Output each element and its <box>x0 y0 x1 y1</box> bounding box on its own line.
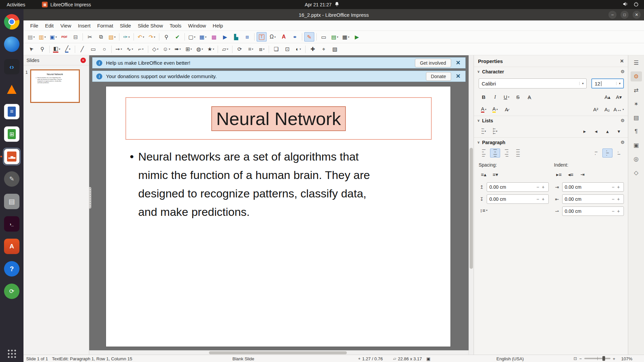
terminal[interactable] <box>3 215 20 233</box>
dropdown-arrow-icon[interactable]: ▾ <box>154 36 155 39</box>
gallery-deck[interactable]: ▣ <box>631 140 642 150</box>
slide-count-status[interactable]: Slide 1 of 1 <box>26 356 48 361</box>
undo[interactable]: ↶▾ <box>136 32 146 42</box>
donate-button[interactable]: Donate <box>426 72 451 81</box>
vertical-scrollbar[interactable] <box>469 55 474 355</box>
basic-shapes[interactable]: ◇▾ <box>150 45 160 54</box>
above-spacing-value[interactable]: 0.00 cm <box>489 184 535 190</box>
insert-line[interactable]: ╱ <box>77 45 87 54</box>
increment-button[interactable]: + <box>616 208 621 214</box>
dropdown-arrow-icon[interactable]: ▾ <box>179 48 181 51</box>
slide-transition-deck[interactable]: ⇄ <box>631 85 642 95</box>
insert-image[interactable]: ▩ <box>209 32 219 42</box>
insert-table[interactable]: ▦▾ <box>198 32 208 42</box>
arrange[interactable]: ⧈▾ <box>257 45 267 54</box>
clear-direct-formatting[interactable]: A̷ <box>501 105 512 114</box>
dropdown-arrow-icon[interactable]: ▾ <box>114 36 116 39</box>
character-more-options-icon[interactable]: ⚙ <box>621 69 625 74</box>
files[interactable] <box>3 193 20 210</box>
lists-section-header[interactable]: ∨ Lists ⚙ <box>474 116 628 125</box>
chevron-down-icon[interactable]: ▾ <box>616 82 621 85</box>
align-right[interactable]: ━━━━ ━━ ━━━━ ━━━ <box>501 148 512 158</box>
lists-more-options-icon[interactable]: ⚙ <box>621 118 625 123</box>
hanging-indent[interactable]: ⇥ <box>578 170 588 179</box>
promote[interactable]: ◂ <box>591 127 601 136</box>
dropdown-arrow-icon[interactable]: ▾ <box>213 48 214 51</box>
start-from-first-slide[interactable]: ▶ <box>352 32 362 42</box>
insert-chart[interactable]: ▙ <box>231 32 241 42</box>
after-indent-value[interactable]: 0.00 cm <box>565 196 610 202</box>
dropdown-arrow-icon[interactable]: ▾ <box>202 48 203 51</box>
dropdown-arrow-icon[interactable]: ▾ <box>496 108 498 111</box>
symbol-shapes[interactable]: ☺▾ <box>161 45 171 54</box>
dropdown-arrow-icon[interactable]: ▾ <box>34 36 35 39</box>
show-draw-functions[interactable]: ✎ <box>304 32 314 42</box>
properties-deck[interactable]: ⚙ <box>631 71 642 81</box>
align-bottom[interactable]: ▾ ━━━ <box>614 148 624 158</box>
cut[interactable]: ✂ <box>85 32 95 42</box>
callout-shapes[interactable]: ◍▾ <box>195 45 205 54</box>
decrement-button[interactable]: − <box>610 184 616 190</box>
dropdown-arrow-icon[interactable]: ▾ <box>485 130 486 133</box>
paragraph-section-header[interactable]: ∨ Paragraph ⚙ <box>474 137 628 147</box>
redo[interactable]: ↷▾ <box>147 32 157 42</box>
toggle-shadow[interactable]: A <box>524 93 534 102</box>
dropdown-arrow-icon[interactable]: ▾ <box>496 130 497 133</box>
dropdown-arrow-icon[interactable]: ▾ <box>194 36 196 39</box>
language-status[interactable]: English (USA) <box>496 356 524 361</box>
image-filter[interactable]: ◐▾ <box>293 45 303 54</box>
title-text-placeholder[interactable]: Neural Network <box>125 97 432 140</box>
insert-hyperlink[interactable]: ⚭ <box>290 32 300 42</box>
subscript[interactable]: A₂ <box>602 105 612 114</box>
close-icon[interactable]: ✕ <box>455 73 462 80</box>
dropdown-arrow-icon[interactable]: ▾ <box>205 36 207 39</box>
slide-thumbnail[interactable]: Neural Network • Neural networks are a s… <box>30 69 80 103</box>
master-slide-status[interactable]: Blank Slide <box>232 356 254 361</box>
animation-deck[interactable]: ✶ <box>631 99 642 109</box>
libreoffice-impress[interactable] <box>3 148 20 165</box>
dropdown-arrow-icon[interactable]: ▾ <box>132 48 133 51</box>
decrement-button[interactable]: − <box>535 196 540 202</box>
menu-slide[interactable]: Slide <box>116 21 134 30</box>
glue-points[interactable]: ⌖ <box>319 45 329 54</box>
increase-font-size[interactable]: A▴ <box>602 93 612 102</box>
flowchart-shapes[interactable]: ⊞▾ <box>183 45 194 54</box>
spelling[interactable]: ✔ <box>172 32 182 42</box>
insert-audio-video[interactable]: ▶ <box>220 32 230 42</box>
menu-help[interactable]: Help <box>209 21 226 30</box>
justify[interactable]: ━━━━ ━━━━ ━━━━ ━━━━ <box>513 148 523 158</box>
menu-slide-show[interactable]: Slide Show <box>135 21 166 30</box>
zoom-level[interactable]: 107% <box>621 356 632 361</box>
slide-title-text[interactable]: Neural Network <box>211 106 345 131</box>
fill-color[interactable]: ◧▾ <box>52 45 62 54</box>
3d-objects[interactable]: ▱▾ <box>220 45 230 54</box>
above-paragraph-spacing[interactable]: ↥ 0.00 cm − + <box>479 181 549 193</box>
libreoffice-writer[interactable] <box>3 103 20 120</box>
line-spacing-button[interactable]: ↕≡ ▾ <box>479 206 489 215</box>
strikethrough[interactable]: S <box>513 93 523 102</box>
zoom-pan[interactable]: ⚲ <box>37 45 47 54</box>
zoom-out-button[interactable]: − <box>579 356 582 361</box>
display-views[interactable]: ▢▾ <box>187 32 197 42</box>
insert-ole-object[interactable]: ⧈ <box>242 32 252 42</box>
zoom-slider[interactable] <box>584 358 610 359</box>
vertical-scrollbar-thumb[interactable] <box>470 148 473 269</box>
line-color[interactable]: ╱▾ <box>63 45 73 54</box>
gimp[interactable] <box>3 170 20 188</box>
demote[interactable]: ▸ <box>580 127 590 136</box>
print[interactable]: ⊟ <box>70 32 80 42</box>
italic[interactable]: I <box>490 93 500 102</box>
align-left[interactable]: ━━━━ ━━ ━━━━ ━━━ <box>479 148 489 158</box>
before-indent-value[interactable]: 0.00 cm <box>565 184 610 190</box>
thunderbird[interactable] <box>3 36 20 53</box>
after-text-indent[interactable]: ⇤ 0.00 cm − + <box>554 193 624 205</box>
increment-button[interactable]: + <box>616 196 621 202</box>
move-up[interactable]: ▴ <box>602 127 612 136</box>
vscode[interactable] <box>3 58 20 75</box>
increment-button[interactable]: + <box>540 184 546 190</box>
font-color[interactable]: A▾ <box>479 105 489 114</box>
center-vertically[interactable]: ▴ ━━━ ▾ <box>602 148 612 158</box>
sidebar-menu-icon[interactable]: ☰ <box>631 58 642 68</box>
slides-panel-close-icon[interactable]: ✕ <box>80 58 86 63</box>
dropdown-arrow-icon[interactable]: ▾ <box>142 48 144 51</box>
